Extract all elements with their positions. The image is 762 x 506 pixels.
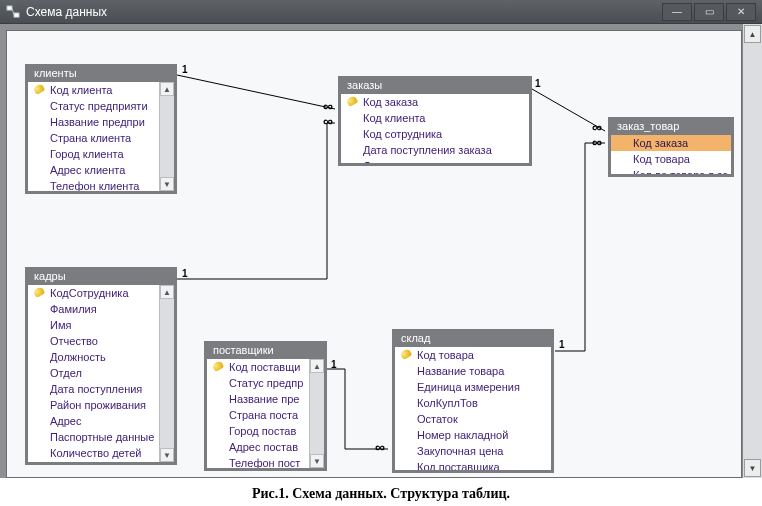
field-item[interactable]: КодСотрудника xyxy=(28,285,174,301)
table-title[interactable]: кадры xyxy=(28,267,174,285)
app-window: Схема данных — ▭ ✕ 1 ∞ 1 ∞ 1 ∞ 1 ∞ 1 ∞ xyxy=(0,0,762,478)
table-body: Код заказаКод клиентаКод сотрудникаДата … xyxy=(341,94,529,163)
field-item[interactable]: Кол-во товара в за xyxy=(611,167,731,174)
field-item[interactable]: Фамилия xyxy=(28,301,174,317)
scroll-up-icon[interactable]: ▲ xyxy=(160,285,174,299)
scroll-up-icon[interactable]: ▲ xyxy=(160,82,174,96)
field-item[interactable]: Адрес постав xyxy=(207,439,324,455)
field-item[interactable]: Город постав xyxy=(207,423,324,439)
field-item[interactable]: Код заказа xyxy=(341,94,529,110)
titlebar[interactable]: Схема данных — ▭ ✕ xyxy=(0,0,762,24)
table-title[interactable]: поставщики xyxy=(207,341,324,359)
field-item[interactable]: Код товара xyxy=(395,347,551,363)
field-item[interactable]: Страна поста xyxy=(207,407,324,423)
field-item[interactable]: Дата поступления xyxy=(28,381,174,397)
scroll-down-button[interactable]: ▼ xyxy=(744,459,761,477)
scroll-down-icon[interactable]: ▼ xyxy=(160,177,174,191)
inner-scrollbar[interactable]: ▲▼ xyxy=(159,285,174,462)
scroll-up-button[interactable]: ▲ xyxy=(744,25,761,43)
field-item[interactable]: Дата рождения xyxy=(28,461,174,462)
table-title[interactable]: заказы xyxy=(341,76,529,94)
field-item[interactable]: Город клиента xyxy=(28,146,174,162)
table-body: Код клиентаСтатус предприятиНазвание пре… xyxy=(28,82,174,191)
table-title[interactable]: клиенты xyxy=(28,64,174,82)
relationships-icon xyxy=(6,5,20,19)
field-item[interactable]: Номер накладной xyxy=(395,427,551,443)
diagram-canvas-outer: 1 ∞ 1 ∞ 1 ∞ 1 ∞ 1 ∞ клиенты Код клиентаС… xyxy=(0,24,742,478)
scroll-down-icon[interactable]: ▼ xyxy=(160,448,174,462)
field-item[interactable]: Адрес xyxy=(28,413,174,429)
field-item[interactable]: Остаток xyxy=(395,411,551,427)
rel-many: ∞ xyxy=(592,134,602,150)
field-item[interactable]: Статус предприяти xyxy=(28,98,174,114)
minimize-button[interactable]: — xyxy=(662,3,692,21)
table-body: Код заказаКод товараКол-во товара в за xyxy=(611,135,731,174)
table-title[interactable]: заказ_товар xyxy=(611,117,731,135)
field-item[interactable]: Количество детей xyxy=(28,445,174,461)
field-item[interactable]: Адрес клиента xyxy=(28,162,174,178)
field-item[interactable]: Код заказа xyxy=(611,135,731,151)
field-item[interactable]: Страна клиента xyxy=(28,130,174,146)
svg-rect-1 xyxy=(14,12,19,16)
vertical-scrollbar[interactable]: ▲ ▼ xyxy=(742,24,762,478)
scroll-up-icon[interactable]: ▲ xyxy=(310,359,324,373)
close-button[interactable]: ✕ xyxy=(726,3,756,21)
field-item[interactable]: Название товара xyxy=(395,363,551,379)
field-item[interactable]: Закупочная цена xyxy=(395,443,551,459)
table-order-goods[interactable]: заказ_товар Код заказаКод товараКол-во т… xyxy=(608,117,734,177)
field-item[interactable]: Код товара xyxy=(611,151,731,167)
inner-scrollbar[interactable]: ▲▼ xyxy=(309,359,324,468)
table-body: Код поставщиСтатус предпрНазвание преСтр… xyxy=(207,359,324,468)
rel-one: 1 xyxy=(331,359,337,370)
field-item[interactable]: Телефон пост xyxy=(207,455,324,468)
field-item[interactable]: Паспортные данные xyxy=(28,429,174,445)
table-stock[interactable]: склад Код товараНазвание товараЕдиница и… xyxy=(392,329,554,473)
rel-one: 1 xyxy=(559,339,565,350)
scroll-track[interactable] xyxy=(743,44,762,458)
field-item[interactable]: Единица измерения xyxy=(395,379,551,395)
window-title: Схема данных xyxy=(26,5,107,19)
rel-many: ∞ xyxy=(323,113,333,129)
field-item[interactable]: Район проживания xyxy=(28,397,174,413)
field-item[interactable]: Название предпри xyxy=(28,114,174,130)
rel-many: ∞ xyxy=(323,98,333,114)
field-item[interactable]: Статус предпр xyxy=(207,375,324,391)
field-item[interactable]: Дата поступления заказа xyxy=(341,142,529,158)
table-body: Код товараНазвание товараЕдиница измерен… xyxy=(395,347,551,470)
field-item[interactable]: КолКуплТов xyxy=(395,395,551,411)
maximize-button[interactable]: ▭ xyxy=(694,3,724,21)
figure-caption: Рис.1. Схема данных. Структура таблиц. xyxy=(0,478,762,506)
table-orders[interactable]: заказы Код заказаКод клиентаКод сотрудни… xyxy=(338,76,532,166)
field-item[interactable]: Телефон клиента xyxy=(28,178,174,191)
field-item[interactable]: Название пре xyxy=(207,391,324,407)
field-item[interactable]: Код поставщи xyxy=(207,359,324,375)
field-item[interactable]: Отчество xyxy=(28,333,174,349)
rel-one: 1 xyxy=(535,78,541,89)
table-staff[interactable]: кадры КодСотрудникаФамилияИмяОтчествоДол… xyxy=(25,267,177,465)
field-item[interactable]: Имя xyxy=(28,317,174,333)
field-item[interactable]: Код сотрудника xyxy=(341,126,529,142)
field-item[interactable]: Должность xyxy=(28,349,174,365)
field-item[interactable]: Код клиента xyxy=(28,82,174,98)
rel-many: ∞ xyxy=(375,439,385,455)
inner-scrollbar[interactable]: ▲▼ xyxy=(159,82,174,191)
table-body: КодСотрудникаФамилияИмяОтчествоДолжность… xyxy=(28,285,174,462)
field-item[interactable]: Дата выполнения заказа xyxy=(341,158,529,163)
svg-rect-0 xyxy=(7,5,12,9)
rel-one: 1 xyxy=(182,268,188,279)
field-item[interactable]: Код клиента xyxy=(341,110,529,126)
table-suppliers[interactable]: поставщики Код поставщиСтатус предпрНазв… xyxy=(204,341,327,471)
diagram-canvas[interactable]: 1 ∞ 1 ∞ 1 ∞ 1 ∞ 1 ∞ клиенты Код клиентаС… xyxy=(6,30,742,478)
rel-one: 1 xyxy=(182,64,188,75)
scroll-down-icon[interactable]: ▼ xyxy=(310,454,324,468)
rel-many: ∞ xyxy=(592,119,602,135)
field-item[interactable]: Отдел xyxy=(28,365,174,381)
field-item[interactable]: Код поставщика xyxy=(395,459,551,470)
svg-line-2 xyxy=(12,8,14,14)
table-title[interactable]: склад xyxy=(395,329,551,347)
table-clients[interactable]: клиенты Код клиентаСтатус предприятиНазв… xyxy=(25,64,177,194)
